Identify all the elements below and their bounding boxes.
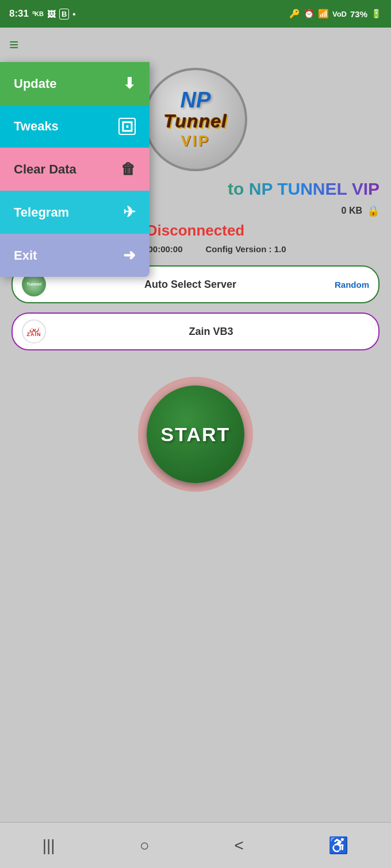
exit-icon: ➜ [123, 246, 136, 264]
menu-item-telegram[interactable]: Telegram ✈ [0, 191, 150, 234]
status-b-icon: B [59, 9, 69, 20]
data-usage: 0 KB [342, 206, 362, 216]
zain-logo: زين ZAIN [22, 319, 46, 344]
alarm-icon: ⏰ [304, 9, 315, 19]
signal-icon: VoD [332, 10, 347, 18]
status-right: 🔑 ⏰ 📶 VoD 73% 🔋 [289, 9, 382, 19]
start-container: START [0, 360, 391, 509]
menu-item-exit[interactable]: Exit ➜ [0, 234, 150, 277]
logo-vip-text: VIP [181, 132, 210, 150]
key-icon: 🔑 [289, 9, 300, 19]
battery-text: 73% [350, 9, 367, 19]
status-kb-icon: ⁰KB [32, 10, 44, 18]
hamburger-menu-icon[interactable]: ≡ [9, 36, 18, 54]
status-dot: • [72, 9, 75, 19]
accessibility-icon[interactable]: ♿ [328, 836, 348, 855]
logo-circle: NP Tunnel VIP [144, 68, 247, 171]
start-button[interactable]: START [147, 385, 244, 483]
menu-item-clear-data[interactable]: Clear Data 🗑 [0, 148, 150, 191]
battery-icon: 🔋 [371, 9, 382, 19]
status-time: 8:31 [9, 8, 29, 20]
update-label: Update [14, 76, 57, 91]
tweaks-label: Tweaks [14, 119, 59, 134]
random-label: Random [335, 280, 369, 290]
menu-item-update[interactable]: Update ⬇ [0, 62, 150, 105]
menu-item-tweaks[interactable]: Tweaks ⊡ [0, 105, 150, 148]
network-name: Zain VB3 [53, 326, 369, 338]
bottom-nav: ||| ○ < ♿ [0, 822, 391, 868]
upload-icon: 🔒 [367, 205, 379, 217]
update-icon: ⬇ [123, 75, 136, 92]
config-version: Config Version : 1.0 [206, 244, 286, 254]
network-select[interactable]: زين ZAIN Zain VB3 [12, 313, 379, 350]
telegram-label: Telegram [14, 205, 69, 220]
status-photo-icon: 🖼 [47, 9, 56, 19]
telegram-icon: ✈ [123, 203, 136, 221]
start-outer-ring: START [138, 377, 253, 492]
wifi-icon: 📶 [318, 9, 329, 19]
clear-data-label: Clear Data [14, 162, 76, 177]
logo-np-text: NP [181, 89, 211, 111]
server-name: Auto Select Server [53, 279, 328, 291]
trash-icon: 🗑 [121, 160, 136, 178]
exit-label: Exit [14, 248, 37, 263]
dropdown-menu: Update ⬇ Tweaks ⊡ Clear Data 🗑 Telegram … [0, 62, 150, 277]
status-left: 8:31 ⁰KB 🖼 B • [9, 8, 76, 20]
home-icon[interactable]: ○ [140, 836, 150, 855]
back-icon[interactable]: < [234, 836, 243, 855]
start-label: START [161, 423, 231, 446]
tweaks-icon: ⊡ [118, 118, 136, 135]
app-switcher-icon[interactable]: ||| [43, 836, 55, 855]
logo-tunnel-text: Tunnel [164, 111, 227, 132]
top-bar: ≡ [0, 28, 391, 62]
status-bar: 8:31 ⁰KB 🖼 B • 🔑 ⏰ 📶 VoD 73% 🔋 [0, 0, 391, 28]
